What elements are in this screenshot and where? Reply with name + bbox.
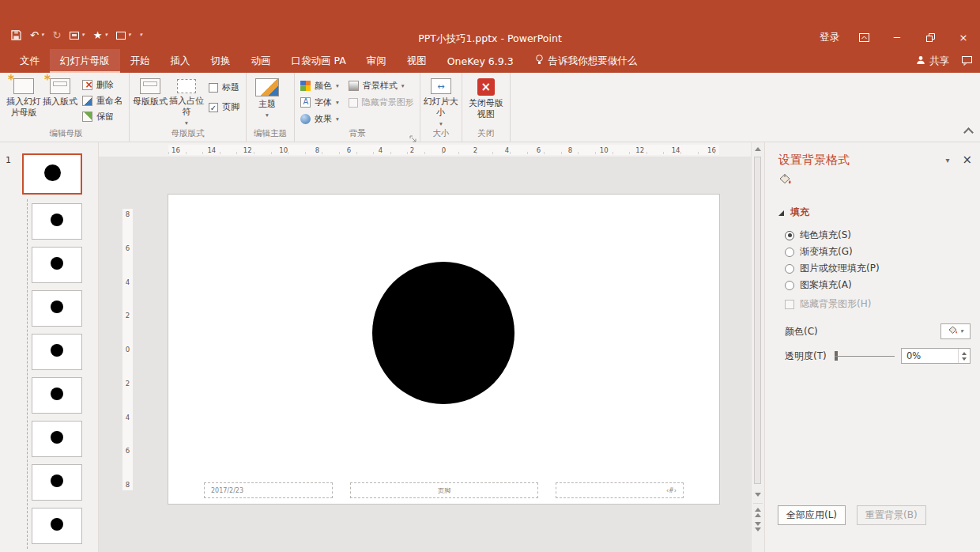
next-slide-button[interactable]: [752, 522, 764, 531]
thumbnail-circle-shape: [44, 164, 61, 181]
background-styles-button[interactable]: 背景样式 ▾: [349, 80, 414, 92]
dialog-launcher-icon[interactable]: [409, 131, 417, 139]
ribbon-tab-4[interactable]: 切换: [201, 49, 241, 73]
master-layout-button[interactable]: 母版版式: [132, 74, 168, 108]
vertical-scrollbar[interactable]: [751, 142, 764, 552]
colors-icon: [300, 81, 311, 91]
vertical-ruler[interactable]: 864202468: [122, 209, 133, 490]
title-checkbox[interactable]: 标题: [209, 81, 239, 93]
workspace: 1 1614121086420246810121416 864202468 20…: [0, 142, 980, 552]
qat-frame-tool-icon[interactable]: ▾: [116, 32, 131, 40]
chevron-down-icon: ▾: [336, 100, 339, 106]
delete-button[interactable]: 删除: [82, 79, 122, 91]
ribbon-display-options-icon[interactable]: [855, 28, 873, 46]
insert-layout-button[interactable]: 插入版式: [42, 74, 78, 108]
ribbon-tab-3[interactable]: 插入: [160, 49, 201, 73]
fonts-button[interactable]: 字体 ▾: [300, 96, 339, 108]
maximize-button[interactable]: [922, 28, 939, 46]
slide-thumbnail-8[interactable]: [32, 464, 82, 501]
ribbon-tab-5[interactable]: 动画: [241, 49, 281, 73]
undo-icon[interactable]: ↶▾: [30, 30, 43, 40]
transparency-slider[interactable]: [835, 350, 895, 361]
ribbon-tab-6[interactable]: 口袋动画 PA: [281, 49, 356, 73]
fill-color-button[interactable]: ▾: [940, 323, 971, 339]
redo-icon[interactable]: ↻: [52, 30, 61, 40]
themes-button[interactable]: 主题 ▾: [249, 74, 285, 118]
slide-thumbnail-9[interactable]: [32, 508, 82, 544]
rename-button[interactable]: 重命名: [82, 95, 122, 107]
footer-placeholder[interactable]: 页脚: [350, 482, 538, 498]
customize-qat-icon[interactable]: ▾: [140, 32, 143, 38]
slide-thumbnail-3[interactable]: [32, 247, 82, 283]
ribbon-tab-2[interactable]: 开始: [120, 49, 160, 73]
scrollbar-thumb[interactable]: [754, 157, 761, 484]
qat-addin-tool-icon[interactable]: ▾: [70, 32, 85, 40]
checkbox-label: 隐藏背景图形(H): [800, 297, 871, 311]
favorite-star-icon[interactable]: ★▾: [93, 30, 107, 40]
slide-number-placeholder[interactable]: ‹#›: [556, 482, 684, 498]
tell-me-box[interactable]: 告诉我你想要做什么: [535, 49, 638, 73]
date-placeholder[interactable]: 2017/2/23: [204, 482, 333, 498]
sign-in-link[interactable]: 登录: [820, 31, 839, 44]
fill-option-2[interactable]: 渐变填充(G): [785, 244, 980, 260]
ribbon-tab-0[interactable]: 文件: [9, 49, 50, 73]
slide-thumbnail-4[interactable]: [32, 290, 82, 327]
slide-thumbnail-1[interactable]: [22, 153, 82, 195]
slide-thumbnail-5[interactable]: [32, 334, 82, 370]
close-button[interactable]: ×: [955, 28, 972, 46]
slide-size-button[interactable]: 幻灯片大小 ▾: [423, 74, 459, 127]
slide-thumbnail-7[interactable]: [32, 421, 82, 457]
v-ruler-number-0: 8: [126, 210, 130, 218]
ribbon-tab-7[interactable]: 审阅: [356, 49, 397, 73]
group-edit-theme: 主题 ▾ 编辑主题: [247, 73, 295, 142]
v-ruler-number-6: 4: [126, 414, 130, 422]
comment-icon[interactable]: [962, 54, 972, 69]
insert-placeholder-button[interactable]: 插入占位符 ▾: [168, 74, 205, 126]
fill-option-3[interactable]: 图片或纹理填充(P): [785, 260, 980, 277]
ribbon-tab-9[interactable]: OneKey 6.9.3: [437, 49, 524, 73]
button-label: 重命名: [96, 95, 122, 107]
pane-options-arrow-icon[interactable]: ▾: [945, 156, 949, 164]
transparency-spinner[interactable]: 0%: [901, 348, 971, 364]
thumbnail-circle-shape: [51, 388, 63, 400]
button-label: 颜色: [315, 80, 332, 92]
colors-button[interactable]: 颜色 ▾: [300, 80, 339, 92]
ribbon-tab-8[interactable]: 视图: [397, 49, 437, 73]
footer-checkbox[interactable]: ✓ 页脚: [209, 101, 239, 113]
scroll-up-arrow-icon[interactable]: [752, 147, 764, 151]
spinner-arrows[interactable]: [958, 349, 970, 363]
fill-option-1[interactable]: 纯色填充(S): [785, 227, 980, 244]
v-ruler-number-3: 2: [126, 312, 130, 319]
fill-bucket-icon[interactable]: [778, 173, 793, 189]
h-ruler-number-11: 6: [537, 146, 541, 154]
apply-to-all-button[interactable]: 全部应用(L): [778, 505, 846, 525]
reset-background-button[interactable]: 重置背景(B): [857, 505, 926, 525]
effects-button[interactable]: 效果 ▾: [300, 113, 339, 125]
share-button[interactable]: 共享: [916, 55, 949, 68]
fill-section-header[interactable]: 填充: [778, 205, 980, 220]
scroll-down-arrow-icon[interactable]: [752, 493, 764, 497]
button-label: 幻灯片大小: [423, 96, 459, 119]
h-ruler-number-15: 14: [672, 146, 680, 154]
minimize-button[interactable]: ─: [888, 28, 906, 46]
save-icon[interactable]: [11, 30, 21, 40]
ribbon-tab-1[interactable]: 幻灯片母版: [50, 49, 120, 73]
previous-slide-button[interactable]: [752, 508, 764, 517]
lightbulb-icon: [535, 55, 544, 67]
quick-access-toolbar: ↶▾ ↻ ▾ ★▾ ▾ ▾: [11, 30, 142, 40]
slide-thumbnail-panel: 1: [0, 142, 99, 552]
close-master-view-button[interactable]: 关闭母版视图: [465, 74, 507, 120]
horizontal-ruler[interactable]: 1614121086420246810121416: [168, 145, 719, 155]
h-ruler-number-1: 14: [207, 146, 216, 154]
thumbnail-list: [0, 142, 98, 552]
slide-editing-area[interactable]: 2017/2/23 页脚 ‹#›: [168, 195, 719, 504]
black-circle-shape[interactable]: [372, 262, 514, 404]
preserve-button[interactable]: 保留: [82, 111, 122, 123]
slide-thumbnail-2[interactable]: [32, 203, 82, 240]
slide-thumbnail-6[interactable]: [32, 377, 82, 414]
h-ruler-number-3: 10: [279, 146, 288, 154]
insert-slide-master-button[interactable]: 插入幻灯片母版: [6, 74, 42, 119]
fill-option-4[interactable]: 图案填充(A): [785, 277, 980, 293]
titlebar-controls: 登录 ─ ×: [820, 27, 972, 47]
pane-close-icon[interactable]: ×: [962, 154, 972, 166]
